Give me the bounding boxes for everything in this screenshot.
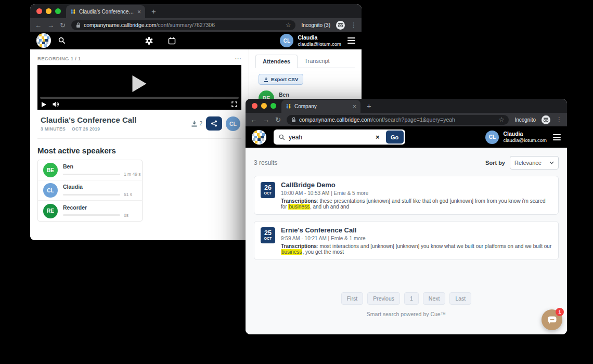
video-progress-bar[interactable] [40,97,239,99]
tab-transcript[interactable]: Transcript [298,55,337,68]
browser-tab[interactable]: Claudia's Conference Call × [66,5,145,18]
speaker-name: Claudia [63,184,137,190]
result-card[interactable]: 25 OCT Ernie's Conference Call 9:59 AM -… [254,221,559,260]
hamburger-menu-icon[interactable] [347,37,355,44]
reload-icon[interactable]: ↻ [275,116,281,123]
app-header: CL Claudia claudia@iotum.com [30,32,362,49]
reload-icon[interactable]: ↻ [60,22,66,29]
result-meta: 10:00 AM - 10:53 AM | Ernie & 5 more [281,190,552,196]
lock-icon [76,22,81,28]
talk-time-bar [63,194,120,196]
user-menu[interactable]: CL Claudia claudia@iotum.com [280,34,341,47]
pagination-last-button[interactable]: Last [449,292,471,305]
highlighted-term: business [288,204,310,210]
meeting-title: Claudia's Conference Call [41,115,191,124]
new-tab-button[interactable]: + [151,7,156,16]
incognito-icon [542,115,550,124]
video-player[interactable] [37,65,241,110]
clear-search-icon[interactable]: × [373,133,382,141]
pagination: First Previous 1 Next Last [246,292,567,305]
recording-column: RECORDING 1 / 1 ⋯ [30,49,249,240]
download-count-button[interactable]: 2 [191,120,202,127]
talk-time: 1 m 49 s [124,172,141,177]
calendar-icon[interactable] [168,37,176,45]
zoom-window-button[interactable] [55,8,61,14]
host-avatar[interactable]: CL [226,116,240,131]
recording-overflow-icon[interactable]: ⋯ [235,55,241,62]
tab-close-icon[interactable]: × [137,9,141,15]
notification-badge: 1 [556,308,564,316]
close-window-button[interactable] [252,103,257,109]
search-bar[interactable]: × Go [274,129,405,145]
browser-menu-icon[interactable]: ⋮ [351,21,357,29]
export-csv-button[interactable]: Export CSV [259,74,303,85]
incognito-label: Incognito [514,117,536,123]
close-window-button[interactable] [36,8,42,14]
zoom-window-button[interactable] [270,103,276,109]
minimize-window-button[interactable] [261,103,267,109]
result-title[interactable]: Ernie's Conference Call [281,226,552,234]
forward-icon[interactable]: → [263,116,269,123]
results-count: 3 results [254,159,277,166]
app-logo[interactable] [36,33,51,48]
play-icon[interactable] [42,102,46,107]
traffic-lights[interactable] [30,4,66,18]
search-icon [279,134,285,140]
attendee-name: Ben [279,92,358,98]
user-menu[interactable]: CL Claudia claudia@iotum.com [485,131,547,144]
share-button[interactable] [206,116,222,131]
pagination-first-button[interactable]: First [341,292,363,305]
pagination-next-button[interactable]: Next [423,292,446,305]
address-bar[interactable]: companyname.callbridge.com/conf/summary/… [71,20,296,30]
back-icon[interactable]: ← [35,22,42,29]
download-count: 2 [199,121,202,126]
volume-icon[interactable] [53,101,59,107]
fullscreen-icon[interactable] [231,101,237,107]
bookmark-star-icon[interactable]: ☆ [286,21,291,29]
speaker-avatar: BE [43,163,58,177]
favicon-icon [286,103,291,109]
back-icon[interactable]: ← [250,116,257,123]
bookmark-star-icon[interactable]: ☆ [499,116,505,123]
date-badge: 25 OCT [261,227,275,243]
speaker-avatar: RE [43,204,58,218]
pagination-page-1-button[interactable]: 1 [404,292,419,305]
sort-select[interactable]: Relevance [510,156,559,170]
download-icon [264,77,268,82]
traffic-lights[interactable] [246,99,281,113]
url-path: /conf/summary/7627306 [156,22,215,28]
talk-time: 0s [124,213,128,218]
speaker-avatar: CL [43,183,58,198]
incognito-icon [336,21,345,30]
minimize-window-button[interactable] [46,8,51,14]
forward-icon[interactable]: → [47,22,54,29]
big-play-icon[interactable] [133,75,147,92]
address-bar[interactable]: companyname.callbridge.com/conf/search?p… [287,115,509,125]
browser-tab[interactable]: Company × [281,100,360,113]
url-path: /conf/search?page=1&query=yeah [371,116,455,123]
tab-close-icon[interactable]: × [353,103,356,110]
result-title[interactable]: CallBridge Demo [281,181,552,189]
user-email: claudia@iotum.com [503,137,547,144]
tab-title: Claudia's Conference Call [79,9,134,15]
browser-window-search: Company × + ← → ↻ companyname.callbridge… [246,99,567,334]
meeting-title-card: Claudia's Conference Call 3 MINUTES OCT … [37,110,241,139]
result-card[interactable]: 26 OCT CallBridge Demo 10:00 AM - 10:53 … [254,176,559,215]
app-logo[interactable] [252,130,266,145]
browser-menu-icon[interactable]: ⋮ [556,116,562,123]
settings-gear-icon[interactable] [145,37,153,45]
tab-attendees[interactable]: Attendees [255,55,298,68]
search-input[interactable] [289,134,369,141]
url-text: companyname.callbridge.com/conf/search?p… [299,116,496,123]
date-badge: 26 OCT [261,182,275,198]
go-button[interactable]: Go [386,131,404,144]
tab-strip: Company × + [246,99,567,113]
pagination-previous-button[interactable]: Previous [367,292,400,305]
result-meta: 9:59 AM - 10:21 AM | Ernie & 1 more [281,236,552,241]
avatar: CL [485,131,499,144]
speakers-heading: Most active speakers [37,146,241,155]
search-icon[interactable] [58,37,66,44]
chat-widget-button[interactable]: 1 [542,309,562,330]
hamburger-menu-icon[interactable] [553,134,561,140]
new-tab-button[interactable]: + [367,101,371,110]
